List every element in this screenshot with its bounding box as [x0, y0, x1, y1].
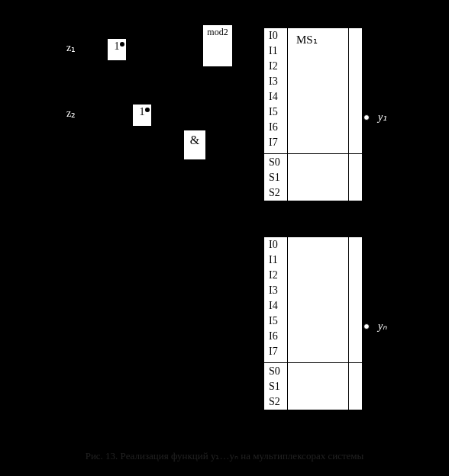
muxn-i6: I6 — [264, 329, 287, 344]
inverter-1-label: 1 — [115, 40, 120, 53]
muxn-s1: S1 — [264, 379, 287, 394]
multiplexer-n: I0 I1 I2 I3 I4 I5 I6 I7 S0 S1 S2 — [263, 236, 363, 410]
mux1-s1: S1 — [264, 170, 287, 185]
input-z1-label: z₁ — [66, 41, 76, 54]
muxn-i4: I4 — [264, 298, 287, 314]
mux1-i3: I3 — [264, 74, 287, 89]
mux1-i4: I4 — [264, 89, 287, 105]
muxn-i5: I5 — [264, 314, 287, 329]
muxn-i2: I2 — [264, 268, 287, 283]
mux1-i2: I2 — [264, 59, 287, 74]
mux1-i7: I7 — [264, 135, 287, 150]
muxn-output-inverter-icon — [363, 323, 370, 330]
muxn-select-labels: S0 S1 S2 — [264, 364, 287, 410]
inverter-gate-2: 1 — [132, 104, 152, 127]
and-gate: & — [183, 130, 206, 160]
muxn-i0: I0 — [264, 237, 287, 252]
mux1-select-labels: S0 S1 S2 — [264, 155, 287, 201]
logic-diagram: z₁ z₂ 1 1 mod2 & I0 I1 I2 I3 I4 I5 I6 I7 — [0, 0, 449, 476]
and-label: & — [190, 133, 199, 147]
mux1-i5: I5 — [264, 105, 287, 120]
muxn-s2: S2 — [264, 394, 287, 410]
mux1-name: MS₁ — [296, 33, 318, 47]
mod2-gate: mod2 — [202, 24, 233, 67]
inv-bubble-icon — [145, 108, 150, 112]
figure-caption: Рис. 13. Реализация функций y₁…yₙ на мул… — [0, 450, 449, 462]
inverter-2-label: 1 — [140, 106, 145, 118]
mux1-output-label: y₁ — [378, 111, 387, 124]
muxn-i1: I1 — [264, 252, 287, 268]
muxn-i7: I7 — [264, 344, 287, 359]
inverter-gate-1: 1 — [107, 38, 127, 61]
mux1-s2: S2 — [264, 185, 287, 201]
multiplexer-1: I0 I1 I2 I3 I4 I5 I6 I7 S0 S1 S2 MS₁ — [263, 27, 363, 201]
mod2-label: mod2 — [207, 27, 228, 38]
mux1-i1: I1 — [264, 43, 287, 59]
muxn-output-label: yₙ — [378, 320, 387, 333]
muxn-s0: S0 — [264, 364, 287, 379]
mux1-s0: S0 — [264, 155, 287, 170]
input-z2-label: z₂ — [66, 107, 76, 120]
muxn-i3: I3 — [264, 283, 287, 298]
mux1-i6: I6 — [264, 120, 287, 135]
mux1-i0: I0 — [264, 28, 287, 43]
inv-bubble-icon — [120, 42, 124, 47]
mux1-output-inverter-icon — [363, 114, 370, 121]
